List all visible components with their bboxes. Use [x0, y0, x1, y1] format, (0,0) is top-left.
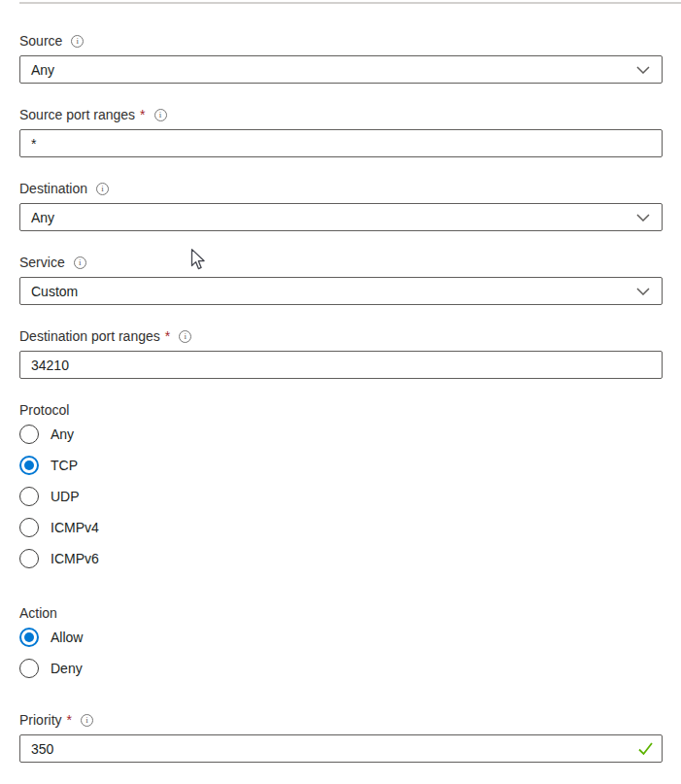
info-icon[interactable]: i [96, 183, 109, 195]
radio-button-selected-icon[interactable] [19, 456, 39, 475]
info-icon[interactable]: i [179, 330, 191, 343]
source-port-ranges-label: Source port ranges [19, 105, 135, 124]
action-option-allow[interactable]: Allow [19, 628, 663, 647]
radio-button-icon[interactable] [19, 487, 39, 506]
service-label-row: Service i [19, 253, 663, 272]
action-radio-group: Action Allow Deny [19, 603, 663, 678]
protocol-option-any[interactable]: Any [19, 425, 663, 444]
destination-label: Destination [19, 179, 87, 198]
field-destination: Destination i Any [19, 179, 663, 231]
chevron-down-icon [636, 288, 650, 295]
service-dropdown[interactable]: Custom [19, 277, 663, 305]
field-destination-port-ranges: Destination port ranges * i [19, 326, 663, 379]
field-source-port-ranges: Source port ranges * i [19, 105, 663, 157]
field-service: Service i Custom [19, 253, 663, 305]
destination-port-ranges-label: Destination port ranges [19, 326, 160, 346]
top-divider [19, 2, 681, 4]
required-asterisk: * [140, 105, 145, 124]
required-asterisk: * [165, 326, 170, 346]
action-option-deny[interactable]: Deny [19, 659, 663, 678]
destination-label-row: Destination i [19, 179, 663, 198]
service-label: Service [19, 253, 65, 272]
destination-dropdown[interactable]: Any [19, 203, 663, 231]
source-label-row: Source i [19, 31, 663, 51]
field-priority: Priority * i [19, 710, 663, 763]
service-dropdown-value: Custom [31, 284, 78, 299]
info-icon[interactable]: i [81, 714, 93, 727]
protocol-option-udp[interactable]: UDP [19, 487, 663, 506]
radio-button-icon[interactable] [19, 549, 39, 568]
chevron-down-icon [636, 214, 650, 222]
required-asterisk: * [67, 710, 72, 730]
radio-button-icon[interactable] [19, 659, 39, 678]
protocol-option-icmpv4[interactable]: ICMPv4 [19, 518, 663, 537]
priority-label-row: Priority * i [19, 710, 663, 730]
destination-port-ranges-input[interactable] [19, 351, 663, 379]
source-dropdown[interactable]: Any [19, 55, 663, 84]
valid-check-icon [637, 741, 654, 760]
radio-button-icon[interactable] [19, 518, 39, 537]
radio-button-selected-icon[interactable] [19, 628, 39, 647]
priority-input[interactable] [19, 734, 663, 763]
protocol-option-tcp[interactable]: TCP [19, 456, 663, 475]
info-icon[interactable]: i [74, 256, 86, 269]
radio-button-icon[interactable] [19, 425, 39, 444]
chevron-down-icon [636, 66, 650, 74]
protocol-radio-group: Protocol Any TCP UDP ICMPv4 ICMPv6 [19, 400, 663, 568]
action-label: Action [19, 603, 663, 623]
destination-port-ranges-label-row: Destination port ranges * i [19, 326, 663, 346]
source-port-ranges-input[interactable] [19, 129, 663, 157]
priority-label: Priority [19, 710, 62, 730]
field-source: Source i Any [19, 31, 663, 84]
info-icon[interactable]: i [71, 35, 84, 48]
source-dropdown-value: Any [31, 62, 54, 78]
info-icon[interactable]: i [154, 109, 167, 121]
source-port-ranges-label-row: Source port ranges * i [19, 105, 663, 124]
mouse-cursor [187, 248, 208, 275]
protocol-label: Protocol [19, 400, 663, 420]
protocol-option-icmpv6[interactable]: ICMPv6 [19, 549, 663, 568]
security-rule-form: Source i Any Source port ranges * i Dest… [0, 31, 681, 763]
destination-dropdown-value: Any [31, 210, 54, 225]
source-label: Source [19, 31, 62, 51]
